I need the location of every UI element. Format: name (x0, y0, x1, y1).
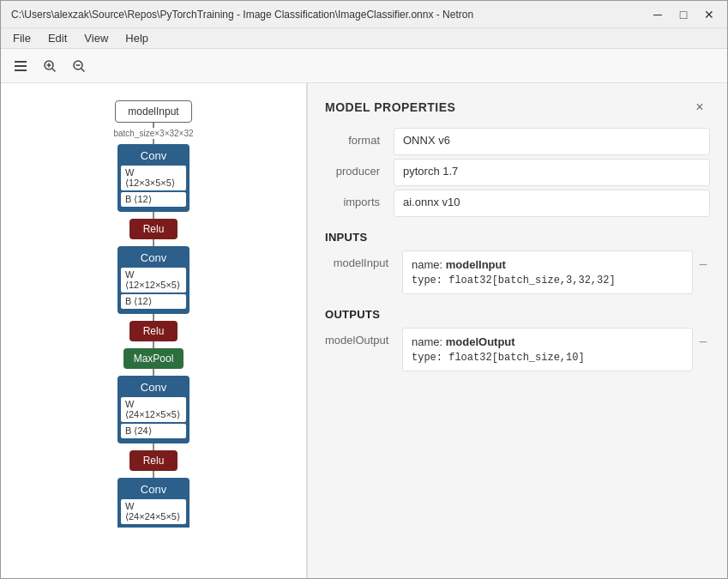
prop-producer-label: producer (325, 159, 394, 178)
svg-rect-2 (15, 69, 27, 71)
title-bar: C:\Users\alexzak\Source\Repos\PyTorchTra… (1, 1, 727, 28)
output-type-text: type: float32[batch_size,10] (412, 352, 683, 364)
input-model-input-row: modelInput name: modelInput type: float3… (325, 250, 710, 294)
menu-file[interactable]: File (4, 30, 39, 46)
main-content: modelInput batch_size×3×32×32 Conv W ⟨12… (1, 83, 727, 579)
inputs-section-header: INPUTS (325, 231, 710, 244)
prop-format-row: format ONNX v6 (325, 128, 710, 155)
svg-rect-1 (15, 65, 27, 67)
zoom-in-button[interactable] (37, 53, 63, 79)
input-type-text: type: float32[batch_size,3,32,32] (412, 274, 683, 286)
menu-view[interactable]: View (75, 30, 117, 46)
prop-imports-value: ai.onnx v10 (394, 190, 710, 217)
toolbar (1, 49, 727, 83)
node-relu2[interactable]: Relu (129, 321, 178, 341)
prop-imports-row: imports ai.onnx v10 (325, 190, 710, 217)
node-conv3[interactable]: Conv W ⟨24×12×5×5⟩ B ⟨24⟩ (117, 376, 190, 443)
node-relu1[interactable]: Relu (129, 219, 178, 239)
node-relu3[interactable]: Relu (129, 450, 178, 471)
window-controls: ─ □ ✕ (647, 6, 720, 23)
input-name-bold: modelInput (446, 258, 506, 271)
properties-panel: MODEL PROPERTIES × format ONNX v6 produc… (307, 83, 727, 579)
node-model-input[interactable]: modelInput (115, 100, 191, 123)
menu-bar: File Edit View Help (1, 28, 727, 49)
svg-rect-0 (15, 61, 27, 63)
node-maxpool[interactable]: MaxPool (123, 348, 184, 369)
prop-format-label: format (325, 128, 394, 147)
input-name-text: name: modelInput (412, 258, 683, 271)
output-name-bold: modelOutput (446, 335, 515, 348)
output-model-output-row: modelOutput name: modelOutput type: floa… (325, 328, 710, 371)
panel-header: MODEL PROPERTIES × (308, 83, 727, 128)
output-name-text: name: modelOutput (412, 335, 683, 348)
prop-imports-label: imports (325, 190, 394, 208)
menu-edit[interactable]: Edit (39, 30, 75, 46)
panel-close-button[interactable]: × (689, 97, 710, 118)
outputs-section-header: OUTPUTS (325, 308, 710, 321)
graph-area[interactable]: modelInput batch_size×3×32×32 Conv W ⟨12… (1, 83, 307, 579)
input-model-input-label: modelInput (325, 250, 402, 269)
panel-title: MODEL PROPERTIES (325, 100, 455, 114)
sidebar-toggle-button[interactable] (8, 53, 33, 79)
input-model-input-value: name: modelInput type: float32[batch_siz… (402, 250, 693, 294)
prop-format-value: ONNX v6 (394, 128, 710, 155)
node-conv1[interactable]: Conv W ⟨12×3×5×5⟩ B ⟨12⟩ (117, 144, 190, 212)
prop-producer-value: pytorch 1.7 (394, 159, 710, 186)
zoom-out-button[interactable] (66, 53, 92, 79)
output-collapse-icon[interactable]: – (696, 328, 710, 349)
node-conv2[interactable]: Conv W ⟨12×12×5×5⟩ B ⟨12⟩ (117, 246, 190, 314)
close-window-button[interactable]: ✕ (698, 6, 720, 23)
svg-line-9 (81, 69, 85, 72)
zoom-in-icon (42, 58, 57, 74)
node-conv4[interactable]: Conv W ⟨24×24×5×5⟩ (117, 478, 190, 528)
input-collapse-icon[interactable]: – (696, 250, 710, 272)
edge-label-1: batch_size×3×32×32 (113, 129, 193, 138)
zoom-out-icon (71, 58, 87, 74)
panel-content: format ONNX v6 producer pytorch 1.7 impo… (308, 128, 727, 579)
maximize-button[interactable]: □ (672, 6, 695, 23)
menu-help[interactable]: Help (117, 30, 157, 46)
minimize-button[interactable]: ─ (647, 6, 669, 23)
sidebar-icon (13, 58, 28, 74)
output-model-output-label: modelOutput (325, 328, 402, 347)
output-model-output-value: name: modelOutput type: float32[batch_si… (402, 328, 693, 371)
prop-producer-row: producer pytorch 1.7 (325, 159, 710, 186)
title-text: C:\Users\alexzak\Source\Repos\PyTorchTra… (8, 9, 647, 21)
svg-line-6 (52, 69, 56, 72)
